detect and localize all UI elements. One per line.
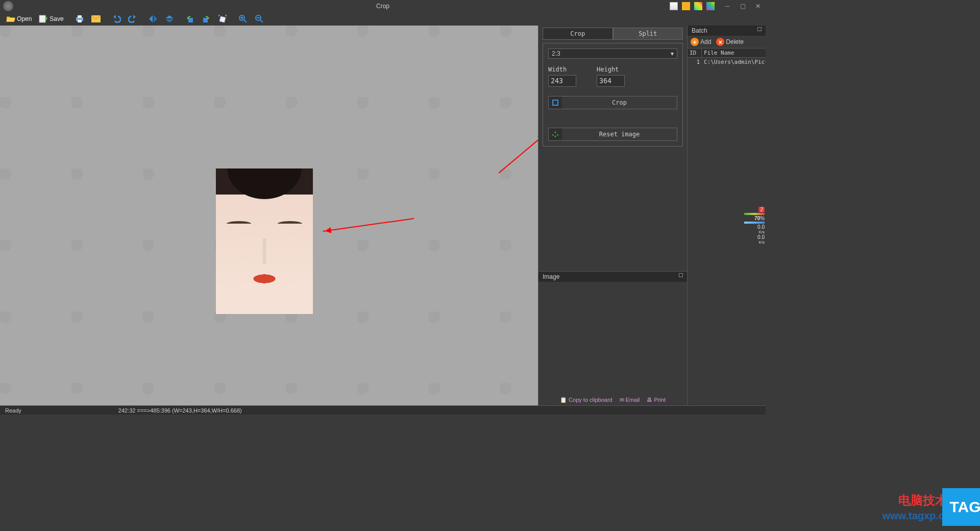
image-preview: 📋 Copy to clipboard ✉ Email 🖶 Print — [538, 282, 687, 405]
table-row[interactable]: 1 C:\Users\admin\Picture... — [688, 58, 766, 66]
batch-add-button[interactable]: + Add — [691, 38, 711, 46]
batch-title: Batch — [692, 27, 707, 34]
zoom-out-button[interactable] — [252, 13, 267, 25]
width-label: Width — [548, 66, 576, 73]
flip-v-icon — [165, 14, 174, 23]
zoom-in-button[interactable] — [235, 13, 251, 25]
preview-thumbnail[interactable] — [580, 285, 646, 379]
reset-image-button[interactable]: Reset image — [548, 128, 677, 141]
pin-icon[interactable] — [757, 27, 762, 31]
titlebar: Crop ─ ▢ ✕ — [0, 0, 766, 12]
rotate-right-button[interactable] — [199, 13, 214, 25]
rotate-right-icon — [202, 14, 211, 23]
flip-vertical-button[interactable] — [162, 13, 177, 25]
minimize-button[interactable]: ─ — [720, 0, 735, 12]
rotate-free-button[interactable] — [215, 13, 230, 25]
svg-rect-0 — [39, 15, 45, 22]
rotate-free-icon — [218, 14, 227, 23]
open-button[interactable]: Open — [3, 13, 35, 25]
undo-button[interactable] — [109, 13, 124, 25]
x-icon: × — [716, 38, 724, 46]
batch-panel: Batch + Add × Delete ID File Name 1 C:\U… — [687, 26, 766, 405]
panel-icon-1[interactable] — [670, 2, 678, 10]
image-panel-header: Image — [538, 271, 687, 282]
status-ready: Ready — [5, 407, 21, 414]
svg-rect-3 — [78, 20, 82, 22]
height-label: Height — [597, 66, 625, 73]
window-title: Crop — [376, 3, 389, 10]
mode-tabs: Crop Split — [543, 28, 683, 40]
folder-open-icon — [6, 14, 15, 23]
status-coords: 242:32 ===>485:396 (W=243,H=364,W/H=0.66… — [118, 407, 242, 414]
svg-line-13 — [260, 20, 263, 22]
print-action-button[interactable]: 🖶 Print — [647, 397, 666, 403]
batch-header: Batch — [688, 26, 766, 36]
panel-icon-3[interactable] — [694, 2, 702, 10]
svg-line-9 — [244, 20, 247, 22]
svg-rect-2 — [78, 15, 82, 18]
panel-icon-2[interactable] — [682, 2, 690, 10]
batch-delete-button[interactable]: × Delete — [716, 38, 744, 46]
column-id[interactable]: ID — [688, 49, 702, 57]
envelope-icon — [91, 14, 101, 23]
zoom-in-icon — [238, 14, 248, 23]
toolbar: Open Save — [0, 12, 766, 26]
statusbar: Ready 242:32 ===>485:396 (W=243,H=364,W/… — [0, 405, 766, 415]
right-sidebar: Crop Split 2:3 ▾ Width Height — [538, 26, 687, 405]
plus-icon: + — [691, 38, 699, 46]
recycle-icon — [549, 128, 562, 140]
printer-icon — [75, 14, 84, 23]
ratio-selected: 2:3 — [552, 50, 560, 57]
redo-button[interactable] — [125, 13, 140, 25]
main-area: Crop Split 2:3 ▾ Width Height — [0, 26, 766, 405]
svg-rect-6 — [203, 18, 208, 22]
flip-h-icon — [149, 14, 158, 23]
save-icon — [39, 14, 48, 23]
column-filename[interactable]: File Name — [702, 49, 766, 57]
ratio-dropdown[interactable]: 2:3 ▾ — [548, 49, 677, 59]
zoom-out-icon — [255, 14, 264, 23]
copy-clipboard-button[interactable]: 📋 Copy to clipboard — [560, 397, 612, 403]
svg-rect-15 — [553, 100, 558, 105]
flip-horizontal-button[interactable] — [145, 13, 161, 25]
svg-rect-7 — [219, 16, 226, 22]
email-button[interactable] — [88, 13, 104, 25]
svg-rect-5 — [188, 18, 193, 22]
rotate-left-icon — [185, 14, 194, 23]
close-button[interactable]: ✕ — [750, 0, 766, 12]
save-button[interactable]: Save — [36, 13, 66, 25]
crop-options-panel: 2:3 ▾ Width Height Crop — [543, 43, 683, 147]
cropped-image[interactable] — [216, 168, 313, 314]
maximize-button[interactable]: ▢ — [735, 0, 750, 12]
pin-icon[interactable] — [679, 273, 683, 277]
height-input[interactable] — [597, 75, 625, 87]
crop-button[interactable]: Crop — [548, 96, 677, 109]
network-widget: 2 70% 0.0 K/s 0.0 K/s — [744, 207, 765, 245]
email-action-button[interactable]: ✉ Email — [620, 397, 640, 403]
undo-icon — [112, 14, 121, 23]
print-button[interactable] — [72, 13, 87, 25]
tab-split[interactable]: Split — [613, 28, 683, 40]
canvas[interactable] — [0, 26, 538, 405]
app-icon — [3, 1, 13, 11]
tab-crop[interactable]: Crop — [543, 28, 613, 40]
image-panel-title: Image — [543, 273, 559, 280]
chevron-down-icon: ▾ — [671, 50, 674, 57]
rotate-left-button[interactable] — [182, 13, 198, 25]
crop-icon — [549, 96, 562, 109]
redo-icon — [128, 14, 137, 23]
widget-badge: 2 — [758, 207, 765, 212]
panel-icon-4[interactable] — [706, 2, 715, 10]
width-input[interactable] — [548, 75, 576, 87]
